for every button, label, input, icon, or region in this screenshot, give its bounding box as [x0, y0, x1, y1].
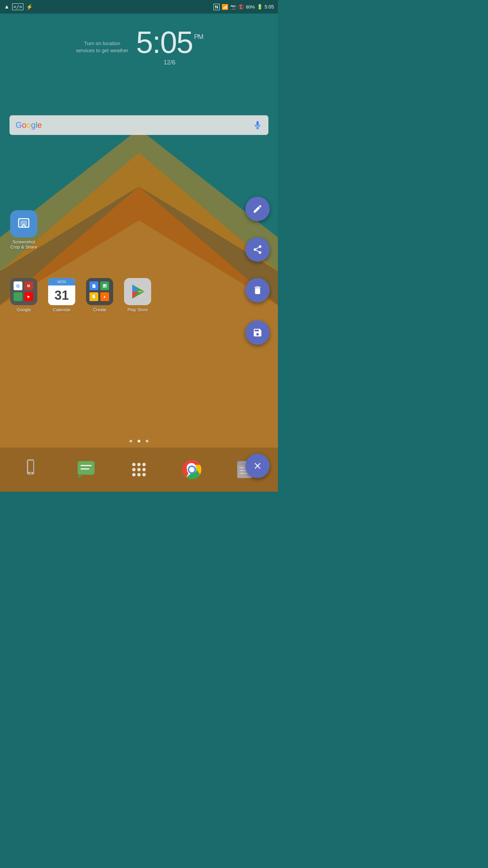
- sheets-mini: 📊: [100, 281, 109, 290]
- drive-mini: ▲: [100, 292, 109, 301]
- clock-widget: Turn on location services to get weather…: [0, 27, 278, 66]
- svg-point-15: [189, 467, 195, 472]
- youtube-mini: ▶: [24, 292, 33, 301]
- g-mini: G: [14, 281, 22, 290]
- playstore-icon: [124, 278, 151, 305]
- clock-date: 12/6: [163, 59, 175, 66]
- close-fab[interactable]: [245, 454, 270, 478]
- messages-app[interactable]: [74, 458, 98, 481]
- edit-fab[interactable]: [245, 197, 270, 221]
- close-icon: [252, 461, 263, 471]
- app-drawer-button[interactable]: [127, 458, 151, 481]
- slides-mini: 📑: [89, 292, 98, 301]
- top-app-row: ScreenshotCrop & Share: [7, 210, 271, 250]
- wifi-icon: 📶: [222, 4, 228, 10]
- maps-mini: 📍: [14, 292, 22, 301]
- phone-icon: [25, 459, 42, 481]
- google-folder-app[interactable]: G M 📍 ▶ Google: [7, 278, 41, 312]
- battery-icon: 🔋: [257, 4, 263, 9]
- status-right-icons: N 📶 📷 📵 80% 🔋 5:05: [214, 4, 274, 10]
- page-dot-2[interactable]: [138, 440, 140, 442]
- create-icon: 📄 📊 📑 ▲: [86, 278, 113, 305]
- nfc-icon: N: [214, 4, 219, 10]
- save-icon: [252, 328, 263, 338]
- status-time: 5:05: [265, 4, 274, 9]
- clock-ampm: PM: [194, 33, 203, 40]
- battery-text: 80%: [246, 4, 255, 9]
- usb-icon: ⚡: [26, 4, 33, 10]
- clock-time: 5:05 PM: [136, 27, 203, 58]
- phone-app[interactable]: [21, 458, 45, 481]
- trash-icon: [252, 285, 263, 295]
- page-dot-1[interactable]: [129, 440, 132, 442]
- calendar-label: Calendar: [53, 307, 71, 312]
- o-letter-1: o: [22, 120, 26, 130]
- screenshot-label: ScreenshotCrop & Share: [11, 239, 37, 250]
- g-letter: G: [16, 120, 22, 130]
- dock: [0, 448, 278, 492]
- calendar-icon: MON 31: [48, 278, 75, 305]
- save-fab[interactable]: [245, 320, 270, 345]
- calendar-app[interactable]: MON 31 Calendar: [45, 278, 79, 312]
- weather-message[interactable]: Turn on location services to get weather: [75, 40, 129, 54]
- google-folder-icon: G M 📍 ▶: [10, 278, 37, 305]
- google-logo: G o o g l e: [16, 120, 42, 130]
- svg-rect-10: [78, 461, 95, 475]
- messages-icon: [76, 459, 96, 480]
- code-icon: </>: [12, 3, 23, 10]
- share-icon: [252, 244, 263, 255]
- o-letter-2: o: [26, 120, 31, 130]
- create-label: Create: [93, 307, 106, 312]
- create-app[interactable]: 📄 📊 📑 ▲ Create: [83, 278, 117, 312]
- chrome-icon: [182, 459, 202, 480]
- playstore-app[interactable]: Play Store: [121, 278, 155, 312]
- g-letter-2: g: [31, 120, 35, 130]
- delete-fab[interactable]: [245, 278, 270, 302]
- pencil-icon: [252, 204, 263, 214]
- clock-display: 5:05 PM 12/6: [136, 27, 203, 66]
- screenshot-icon: [10, 210, 37, 237]
- main-app-row: G M 📍 ▶ Google MON 31 Calendar: [7, 278, 271, 312]
- mic-icon[interactable]: [253, 120, 262, 130]
- screenshot-app[interactable]: ScreenshotCrop & Share: [7, 210, 41, 250]
- status-bar: ▲ </> ⚡ N 📶 📷 📵 80% 🔋 5:05: [0, 0, 278, 14]
- docs-mini: 📄: [89, 281, 98, 290]
- chrome-app[interactable]: [180, 458, 204, 481]
- status-left-icons: ▲ </> ⚡: [4, 3, 33, 10]
- drive-icon: ▲: [4, 4, 9, 10]
- playstore-label: Play Store: [127, 307, 148, 312]
- app-drawer-icon: [129, 460, 148, 479]
- svg-rect-17: [237, 461, 245, 465]
- calendar-number: 31: [48, 285, 75, 305]
- page-indicators: [0, 440, 278, 442]
- share-fab[interactable]: [245, 237, 270, 262]
- google-folder-label: Google: [17, 307, 31, 312]
- no-camera-icon: 📷: [230, 4, 236, 9]
- gmail-mini: M: [24, 281, 33, 290]
- google-search-bar[interactable]: G o o g l e: [9, 115, 268, 135]
- page-dot-3[interactable]: [146, 440, 148, 442]
- signal-off-icon: 📵: [238, 4, 244, 9]
- e-letter: e: [37, 120, 42, 130]
